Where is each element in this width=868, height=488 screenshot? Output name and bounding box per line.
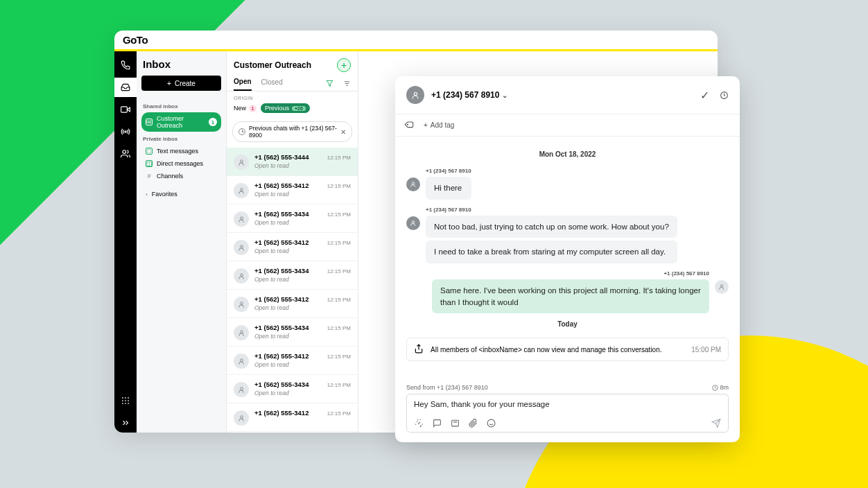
tag-row: +Add tag [395,114,740,137]
chat-header: +1 (234) 567 8910⌄ ✓ [395,76,740,114]
new-conversation-button[interactable]: + [337,58,351,72]
conv-time: 12:15 PM [327,268,351,274]
svg-point-26 [414,92,417,95]
conv-time: 12:15 PM [327,155,351,161]
svg-point-25 [240,415,243,418]
folder-customer-outreach[interactable]: ✉ Customer Outreach 1 [141,112,221,132]
svg-point-3 [122,397,123,399]
message-bubble: Hi there [426,177,471,200]
conv-preview: Open to read [254,162,351,169]
conversation-item[interactable]: +1 (562) 555-341212:15 PM [227,403,358,432]
pill-new[interactable]: New 1 [234,105,257,112]
conversation-item[interactable]: +1 (562) 555-343412:15 PMOpen to read [227,375,358,403]
conv-list-title: Customer Outreach [234,60,311,70]
nav-expand-icon[interactable] [114,413,137,433]
folder-label: Text messages [157,148,198,155]
composer-input[interactable]: Hey Sam, thank you for your message [414,400,721,412]
nav-phone-icon[interactable] [114,55,137,75]
message-bubble: Same here. I've been working on this pro… [432,279,709,313]
filter-icon[interactable] [326,80,333,89]
conversation-item[interactable]: +1 (562) 555-341212:15 PMOpen to read [227,176,358,204]
composer[interactable]: Hey Sam, thank you for your message [406,394,729,433]
history-icon[interactable] [719,90,729,100]
chevron-right-icon: › [146,191,148,198]
conversation-item[interactable]: +1 (562) 555-341212:15 PMOpen to read [227,290,358,318]
create-button[interactable]: +Create [141,76,221,91]
tab-open[interactable]: Open [234,78,252,91]
chat-icon[interactable] [432,418,442,428]
favorites-label: Favorites [152,191,177,198]
nav-video-icon[interactable] [114,100,137,119]
favorites-toggle[interactable]: › Favorites [141,188,221,200]
avatar [234,382,249,397]
avatar [234,183,249,198]
svg-point-2 [123,150,126,154]
sort-icon[interactable] [343,80,351,89]
conversation-item[interactable]: +1 (562) 555-344412:15 PMOpen to read [227,148,358,176]
avatar [234,325,249,340]
conv-phone: +1 (562) 555-3434 [254,267,309,274]
conversation-item[interactable]: +1 (562) 555-343412:15 PMOpen to read [227,261,358,290]
tab-closed[interactable]: Closed [261,78,283,90]
conversation-item[interactable]: +1 (562) 555-341212:15 PMOpen to read [227,347,358,375]
chat-header-phone: +1 (234) 567 8910 [431,90,499,100]
conv-phone: +1 (562) 555-3434 [254,324,309,331]
conversation-item[interactable]: +1 (562) 555-343412:15 PMOpen to read [227,204,358,233]
send-from-label: Send from +1 (234) 567 8910 [406,384,488,391]
conv-preview: Open to read [254,247,351,254]
svg-point-30 [720,285,722,287]
inbox-folder-icon: ✉ [146,119,153,125]
svg-point-5 [128,397,129,399]
message-sender: +1 (234) 567 8910 [426,168,471,174]
magic-icon[interactable] [414,418,424,428]
pill-new-label: New [234,105,246,112]
conv-phone: +1 (562) 555-3434 [254,381,309,388]
avatar [234,354,249,369]
conv-phone: +1 (562) 555-3412 [254,182,309,189]
svg-point-6 [122,400,123,401]
clock-icon [238,128,245,135]
pill-previous[interactable]: Previous +20 [261,103,310,113]
message-panel: +1 (234) 567 8910⌄ ✓ +Add tag Mon Oct 18… [395,76,740,442]
chat-header-title[interactable]: +1 (234) 567 8910⌄ [431,90,507,100]
message-bubble: I need to take a break from staring at m… [426,241,677,263]
origin-label: ORIGIN [227,92,358,103]
svg-point-9 [122,403,123,404]
attach-icon[interactable] [468,418,478,428]
pill-prev-count: +20 [292,106,306,111]
date-divider: Mon Oct 18, 2022 [406,150,729,158]
conv-phone: +1 (562) 555-3444 [254,153,309,161]
avatar [715,280,729,294]
folder-direct-messages[interactable]: ◫ Direct messages [141,157,221,170]
sidebar: Inbox +Create Shared inbox ✉ Customer Ou… [137,51,227,433]
nav-inbox-icon[interactable] [114,78,137,97]
svg-point-35 [487,419,495,427]
conversation-item[interactable]: +1 (562) 555-343412:15 PMOpen to read [227,318,358,347]
conv-preview: Open to read [254,276,351,283]
message-body[interactable]: Mon Oct 18, 2022 +1 (234) 567 8910 Hi th… [395,137,740,377]
plus-icon: + [167,80,171,87]
folder-channels[interactable]: # Channels [141,170,221,182]
conversation-list[interactable]: +1 (562) 555-344412:15 PMOpen to read+1 … [227,148,358,433]
nav-apps-icon[interactable] [114,391,137,410]
close-icon[interactable]: ✕ [340,128,346,136]
conv-time: 12:15 PM [327,183,351,189]
date-divider: Today [406,320,729,328]
shared-section-label: Shared inbox [143,103,221,110]
send-button[interactable] [711,418,721,428]
conversation-item[interactable]: +1 (562) 555-341212:15 PMOpen to read [227,233,358,261]
emoji-icon[interactable] [486,418,496,428]
nav-broadcast-icon[interactable] [114,122,137,141]
folder-text-messages[interactable]: □ Text messages [141,145,221,157]
conv-time: 12:15 PM [327,325,351,331]
resolve-icon[interactable]: ✓ [700,90,709,100]
folder-label: Direct messages [157,160,203,167]
folder-badge: 1 [209,118,217,126]
conv-preview: Open to read [254,191,351,198]
add-tag-button[interactable]: +Add tag [424,121,454,129]
composer-wrap: Send from +1 (234) 567 8910 8m Hey Sam, … [395,377,740,442]
svg-point-11 [128,403,129,404]
nav-contacts-icon[interactable] [114,144,137,164]
template-icon[interactable] [450,418,460,428]
pill-new-count: 1 [249,105,257,112]
